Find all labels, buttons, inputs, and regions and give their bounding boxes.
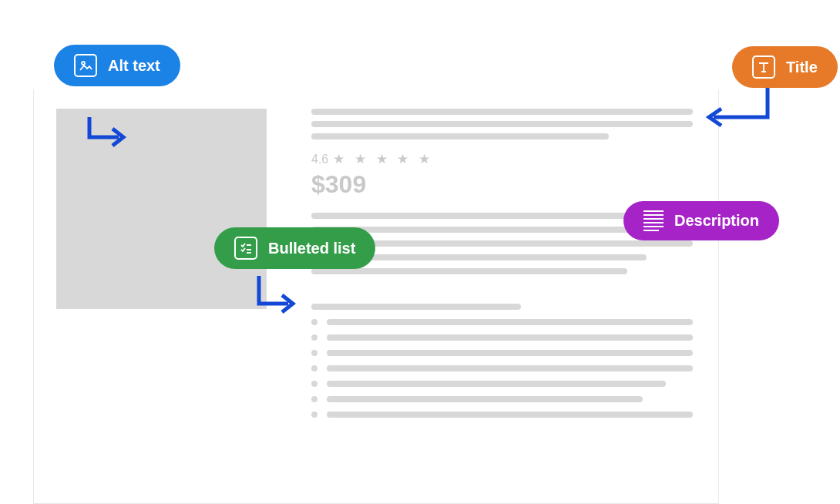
bullet-line	[327, 365, 693, 371]
rating-value: 4.6	[311, 153, 328, 166]
text-icon	[752, 55, 775, 79]
svg-point-0	[82, 62, 85, 65]
arrow-alt-text	[82, 117, 128, 156]
bullet-line	[327, 412, 693, 418]
product-card: 4.6 ★ ★ ★ ★ ★ $309	[33, 89, 719, 504]
arrow-bulleted	[250, 276, 304, 322]
badge-label: Title	[786, 59, 818, 76]
badge-alt-text: Alt text	[54, 45, 180, 86]
title-line	[311, 133, 609, 139]
bullet-dot	[311, 365, 318, 371]
bullet-line	[327, 381, 666, 387]
bullet-dot	[311, 319, 318, 325]
bullet-line	[327, 350, 693, 356]
checklist-icon	[234, 237, 257, 260]
bullet-dot	[311, 396, 318, 402]
image-icon	[74, 54, 97, 77]
description-line	[311, 268, 627, 274]
title-line	[311, 121, 693, 127]
rating: 4.6 ★ ★ ★ ★ ★	[311, 151, 433, 167]
price: $309	[311, 170, 366, 199]
bullet-dot	[311, 350, 318, 356]
badge-bulleted-list: Bulleted list	[214, 227, 375, 269]
bullet-line	[327, 396, 643, 402]
badge-title: Title	[732, 46, 838, 88]
bullet-line	[327, 319, 693, 325]
badge-description: Description	[623, 201, 779, 240]
bullet-dot	[311, 412, 318, 418]
bullet-dot	[311, 381, 318, 387]
diagram-canvas: 4.6 ★ ★ ★ ★ ★ $309	[0, 0, 840, 504]
badge-label: Description	[674, 212, 759, 230]
lines-icon	[643, 210, 664, 231]
badge-label: Alt text	[108, 57, 160, 75]
star-icon: ★ ★ ★ ★ ★	[333, 151, 433, 167]
bullet-dot	[311, 334, 318, 341]
bullet-header-line	[311, 304, 521, 310]
arrow-title	[698, 88, 775, 134]
bullet-line	[327, 334, 693, 341]
title-line	[311, 109, 693, 115]
badge-label: Bulleted list	[268, 240, 355, 257]
